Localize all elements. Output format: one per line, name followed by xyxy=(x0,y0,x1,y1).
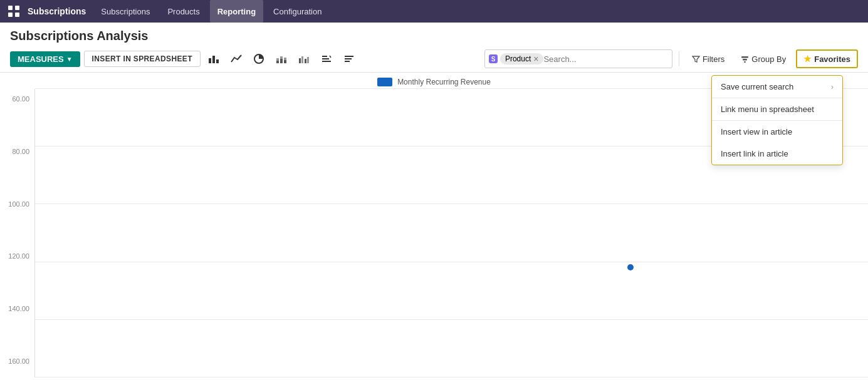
grid-line xyxy=(35,262,868,262)
svg-rect-0 xyxy=(8,6,13,10)
product-filter-icon: S xyxy=(489,54,498,63)
svg-rect-9 xyxy=(276,58,279,61)
search-divider xyxy=(679,51,679,66)
nav-subscriptions[interactable]: Subscriptions xyxy=(93,0,157,23)
app-logo xyxy=(5,3,23,20)
chart-data-dot xyxy=(627,264,634,270)
groupby-icon xyxy=(741,55,749,63)
app-brand[interactable]: Subscriptions xyxy=(28,6,86,16)
svg-rect-12 xyxy=(284,60,286,63)
svg-rect-16 xyxy=(305,59,306,63)
page-title: Subscriptions Analysis xyxy=(10,29,148,43)
filter-tag-label: Product xyxy=(505,54,531,63)
y-axis: 160.00 140.00 120.00 100.00 80.00 60.00 xyxy=(0,89,34,377)
insert-link-article-item[interactable]: Insert link in article xyxy=(712,143,842,165)
favorites-button[interactable]: ★ Favorites xyxy=(796,49,858,68)
grid-line xyxy=(35,377,868,377)
legend-label: Monthly Recurring Revenue xyxy=(397,78,491,86)
legend-color-swatch xyxy=(377,78,392,86)
svg-rect-10 xyxy=(280,59,283,63)
y-label-80: 80.00 xyxy=(3,148,29,155)
svg-rect-6 xyxy=(216,59,219,63)
nav-reporting[interactable]: Reporting xyxy=(210,0,263,23)
y-label-160: 160.00 xyxy=(3,357,29,365)
svg-rect-4 xyxy=(209,58,211,63)
search-input[interactable] xyxy=(543,54,649,64)
svg-rect-17 xyxy=(307,57,309,63)
svg-rect-1 xyxy=(15,6,19,10)
favorites-dropdown: Save current search › Link menu in sprea… xyxy=(711,75,843,165)
save-current-search-item[interactable]: Save current search › xyxy=(712,76,842,98)
nav-products[interactable]: Products xyxy=(160,0,207,23)
bar-chart-icon[interactable] xyxy=(204,51,223,67)
search-container: S Product × xyxy=(484,49,672,68)
svg-rect-11 xyxy=(280,56,283,59)
svg-rect-5 xyxy=(212,56,215,63)
groupby-button[interactable]: Group By xyxy=(735,51,792,67)
insert-spreadsheet-button[interactable]: INSERT IN SPREADSHEET xyxy=(84,51,201,67)
star-icon: ★ xyxy=(803,54,812,64)
grouped-bar-icon[interactable] xyxy=(295,51,313,67)
sort-asc-icon[interactable] xyxy=(317,51,336,67)
filters-button[interactable]: Filters xyxy=(686,51,731,67)
svg-rect-3 xyxy=(15,13,19,17)
topbar: Subscriptions Subscriptions Products Rep… xyxy=(0,0,868,23)
measures-arrow-icon: ▼ xyxy=(66,56,73,63)
svg-rect-13 xyxy=(284,58,286,60)
link-menu-spreadsheet-item[interactable]: Link menu in spreadsheet xyxy=(712,98,842,120)
save-search-arrow-icon: › xyxy=(831,83,834,91)
toolbar: MEASURES ▼ INSERT IN SPREADSHEET xyxy=(0,46,868,73)
grid-line xyxy=(35,203,868,204)
y-label-140: 140.00 xyxy=(3,305,29,312)
grid-line xyxy=(35,319,868,320)
product-filter-tag: Product × xyxy=(500,53,544,64)
svg-rect-15 xyxy=(301,56,303,63)
filter-icon xyxy=(692,55,700,63)
insert-view-article-item[interactable]: Insert view in article xyxy=(712,121,842,143)
svg-rect-28 xyxy=(744,61,746,63)
sort-desc-icon[interactable] xyxy=(340,51,358,67)
y-label-100: 100.00 xyxy=(3,200,29,208)
page-header: Subscriptions Analysis xyxy=(0,23,868,46)
stacked-bar-icon[interactable] xyxy=(272,51,291,67)
nav-configuration[interactable]: Configuration xyxy=(266,0,329,23)
svg-rect-2 xyxy=(8,13,13,17)
svg-rect-27 xyxy=(743,59,747,61)
line-chart-icon[interactable] xyxy=(227,51,246,67)
measures-button[interactable]: MEASURES ▼ xyxy=(10,51,80,67)
svg-text:S: S xyxy=(491,56,496,63)
y-label-60: 60.00 xyxy=(3,95,29,103)
pie-chart-icon[interactable] xyxy=(249,51,268,67)
svg-rect-26 xyxy=(741,56,748,58)
filter-tag-close[interactable]: × xyxy=(533,54,538,63)
y-label-120: 120.00 xyxy=(3,252,29,260)
svg-rect-14 xyxy=(299,58,301,63)
svg-rect-8 xyxy=(276,61,279,63)
